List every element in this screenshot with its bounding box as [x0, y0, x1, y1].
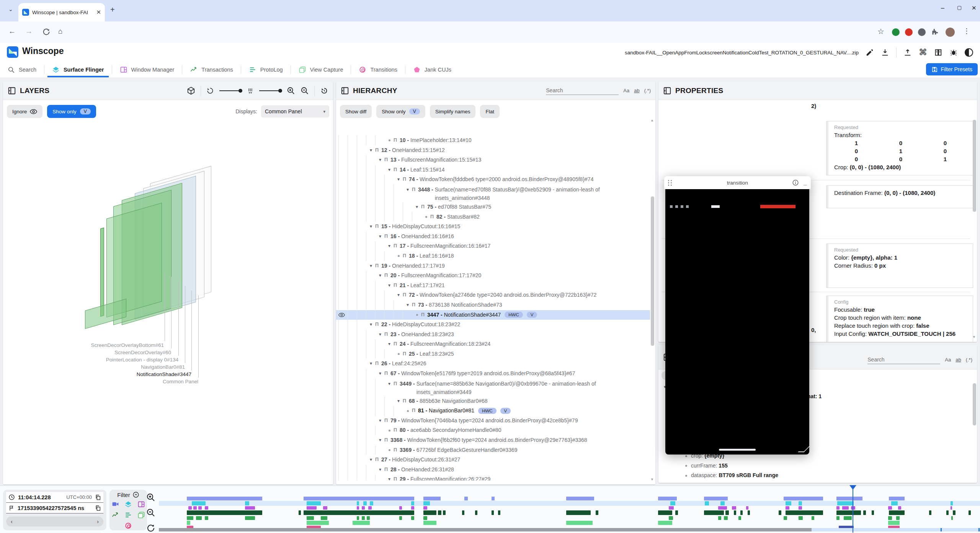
upload-icon[interactable] — [903, 48, 912, 57]
trace-segment[interactable] — [370, 501, 373, 505]
trace-segment[interactable] — [842, 506, 849, 510]
layer-rect-7[interactable] — [85, 299, 126, 329]
expand-arrow-icon[interactable]: ▾ — [368, 146, 374, 155]
window-maximize-icon[interactable]: ▢ — [957, 5, 962, 10]
trace-segment[interactable] — [732, 506, 736, 510]
reset-view-icon[interactable] — [320, 87, 328, 95]
vertical-scrollbar[interactable] — [973, 383, 976, 425]
trace-segment[interactable] — [888, 516, 892, 520]
trace-segment[interactable] — [498, 510, 500, 515]
ignore-chip[interactable]: Ignore — [7, 105, 42, 118]
trace-segment[interactable] — [669, 506, 674, 510]
trace-segment[interactable] — [492, 510, 494, 515]
property-dataspace[interactable]: dataspace: BT709 sRGB Full range — [685, 472, 778, 478]
trace-segment[interactable] — [566, 521, 593, 525]
trace-tab-transactions[interactable]: Transactions — [182, 62, 240, 77]
extension-icon-grey[interactable] — [918, 28, 926, 36]
collapse-panel-icon[interactable] — [8, 87, 16, 95]
profile-avatar[interactable] — [946, 28, 955, 37]
expand-arrow-icon[interactable]: ▾ — [404, 300, 411, 310]
hierarchy-node-26[interactable]: ▾Π26 - Leaf:24:25#26 — [336, 359, 650, 369]
trace-segment[interactable] — [898, 506, 902, 510]
trace-tab-protolog[interactable]: ProtoLog — [241, 62, 291, 77]
regex-icon[interactable]: (.*) — [644, 88, 651, 93]
trace-segment[interactable] — [786, 506, 790, 510]
reload-icon[interactable] — [42, 28, 51, 36]
trace-segment[interactable] — [718, 516, 722, 520]
download-icon[interactable] — [881, 48, 889, 57]
trace-segment[interactable] — [362, 506, 365, 510]
collapse-panel-icon[interactable] — [341, 87, 349, 95]
trace-segment[interactable] — [725, 510, 729, 515]
expand-arrow-icon[interactable]: ▾ — [395, 396, 402, 406]
displays-select[interactable]: Common Panel ▾ — [261, 105, 329, 118]
trace-segment[interactable] — [187, 516, 193, 520]
expand-arrow-icon[interactable]: ▾ — [368, 222, 374, 232]
hierarchy-node-10[interactable]: Π10 - ImePlaceholder:13:14#10 — [336, 136, 650, 146]
zoom-out-icon[interactable] — [301, 87, 309, 95]
expand-arrow-icon[interactable]: ▾ — [386, 474, 393, 481]
hierarchy-node-18[interactable]: Π18 - Leaf:16:16#18 — [336, 251, 650, 261]
trace-segment[interactable] — [888, 506, 892, 510]
trace-segment[interactable] — [423, 506, 428, 510]
hierarchy-node-13[interactable]: ▾Π13 - FullscreenMagnification:15:15#13 — [336, 155, 650, 165]
new-tab-button[interactable]: + — [110, 5, 115, 14]
hierarchy-node-3369[interactable]: Π3369 - 67726bf EdgeBackGestureHandler0#… — [336, 445, 650, 455]
trace-segment[interactable] — [889, 497, 905, 500]
layer-label[interactable]: ScreenDecorOverlay#60 — [114, 350, 171, 355]
hierarchy-node-79[interactable]: ▾Π79 - WindowToken{7046b4a type=2024 and… — [336, 416, 650, 426]
trace-segment[interactable] — [844, 516, 852, 520]
hierarchy-search-input[interactable] — [546, 86, 619, 95]
trace-segment[interactable] — [799, 506, 802, 510]
trace-segment[interactable] — [779, 510, 781, 515]
trace-segment[interactable] — [399, 506, 402, 510]
trace-segment[interactable] — [836, 516, 840, 520]
hierarchy-node-81[interactable]: Π81 - NavigationBar0#81HWCV — [336, 406, 650, 416]
vertical-scrollbar[interactable] — [651, 196, 654, 346]
edit-pencil-icon[interactable] — [866, 48, 874, 57]
expand-arrow-icon[interactable]: ▾ — [404, 185, 411, 194]
match-word-icon[interactable]: ab — [956, 357, 961, 363]
trace-segment[interactable] — [724, 516, 728, 520]
hierarchy-node-3448[interactable]: ▾Π3448 - Surface(name=ed70f88 StatusBar)… — [336, 185, 650, 202]
layer-label[interactable]: PointerLocation - display 0#134 — [106, 357, 178, 363]
trace-segment[interactable] — [836, 497, 863, 500]
trace-segment[interactable] — [367, 516, 370, 520]
hierarchy-node-25[interactable]: Π25 - Leaf:18:23#25 — [336, 349, 650, 359]
hierarchy-node-22[interactable]: ▾Π22 - HideDisplayCutout:18:23#22 — [336, 320, 650, 330]
timeline-scrollbar[interactable] — [159, 528, 980, 531]
trace-segment[interactable] — [307, 501, 320, 505]
trace-segment[interactable] — [951, 501, 953, 505]
cursor-line[interactable] — [853, 486, 853, 533]
expand-arrow-icon[interactable]: ▾ — [368, 455, 374, 465]
dark-mode-icon[interactable] — [965, 48, 973, 57]
visibility-icon[interactable] — [338, 312, 345, 318]
back-icon[interactable]: ← — [8, 27, 16, 36]
expand-arrow-icon[interactable]: ▾ — [368, 359, 374, 369]
trace-segment[interactable] — [411, 506, 415, 510]
trace-segment[interactable] — [929, 510, 931, 515]
extensions-puzzle-icon[interactable] — [931, 28, 939, 35]
trace-segment[interactable] — [307, 521, 329, 525]
forward-icon[interactable]: → — [25, 27, 33, 36]
vertical-scrollbar[interactable] — [973, 120, 976, 212]
hierarchy-node-72[interactable]: ▾Π72 - WindowToken{a2746de type=2040 and… — [336, 290, 650, 300]
property-currFrame[interactable]: currFrame: 155 — [685, 463, 728, 469]
expand-arrow-icon[interactable]: ▾ — [377, 369, 384, 379]
trace-segment[interactable] — [889, 510, 905, 515]
expand-arrow-icon[interactable]: ▾ — [377, 232, 384, 242]
tab-close-icon[interactable]: ✕ — [96, 9, 101, 16]
trace-segment[interactable] — [362, 516, 365, 520]
browser-menu-icon[interactable]: ⋮ — [963, 27, 970, 35]
trace-segment[interactable] — [837, 501, 854, 505]
expand-arrow-icon[interactable]: ▾ — [377, 271, 384, 281]
flat-chip[interactable]: Flat — [480, 105, 500, 118]
hierarchy-node-14[interactable]: ▾Π14 - Leaf:15:15#14 — [336, 165, 650, 175]
extension-icon-red[interactable] — [905, 28, 913, 36]
transition-overlay-window[interactable]: transition _ — [664, 176, 811, 455]
layer-rect-6[interactable] — [100, 227, 104, 317]
trace-segment[interactable] — [748, 510, 750, 515]
trace-segment[interactable] — [566, 510, 591, 515]
expand-arrow-icon[interactable]: ▾ — [413, 202, 420, 212]
show-diff-chip[interactable]: Show diff — [340, 105, 372, 118]
